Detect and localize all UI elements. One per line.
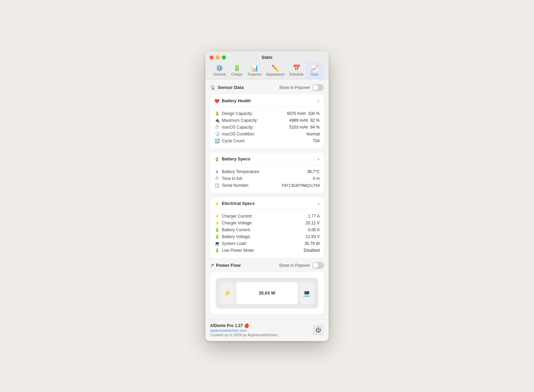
serial-number-row: 📋 Serial Number: F8Y1363079MQ1LT69 [214, 182, 320, 189]
charger-node: ⚡ [220, 282, 235, 304]
electrical-specs-card: ⚡ Electrical Specs ∧ ⚡ Charger Current: … [210, 197, 324, 258]
tab-schedule-label: Schedule [289, 73, 304, 76]
maximize-button[interactable] [222, 55, 226, 60]
time-to-full-row: ⏱ Time to full: 0 m [214, 175, 320, 182]
sensor-data-popover: Show in Popover [279, 84, 324, 91]
battery-specs-card: 🔋 Battery Specs ∧ 🌡 Battery Temperature:… [210, 153, 324, 193]
time-icon: ⏱ [214, 176, 220, 181]
laptop-node-icon: 💻 [303, 289, 310, 297]
charger-voltage-row: ⚡ Charger Voltage: 20.11 V [214, 220, 320, 226]
power-flow-toggle[interactable] [312, 262, 324, 269]
tab-charge-label: Charge [231, 73, 242, 76]
cycle-count-row: 🔄 Cycle Count: 754 [214, 138, 320, 144]
general-icon: ⚙️ [216, 64, 223, 72]
battery-health-header: ❤️ Battery Health ∧ [214, 99, 320, 107]
tab-appearance[interactable]: ✏️ Appearance [264, 62, 287, 79]
battery-current-icon: 🔋 [214, 227, 220, 232]
tab-features[interactable]: 📊 Features [245, 62, 264, 79]
window-title: Stats [262, 55, 272, 60]
tab-stats[interactable]: 📈 Stats [306, 62, 323, 79]
low-power-icon: 🔋 [214, 248, 220, 253]
electrical-specs-collapse[interactable]: ∧ [317, 201, 320, 206]
electrical-icon: ⚡ [214, 201, 220, 206]
footer: AIDente Pro 1.27 🍎 apphousekitchen.com C… [205, 319, 329, 341]
battery-specs-icon: 🔋 [214, 157, 220, 162]
tab-stats-label: Stats [311, 73, 319, 76]
toolbar: ⚙️ General 🔋 Charge 📊 Features ✏️ Appear… [209, 62, 325, 79]
charge-icon: 🔋 [233, 64, 241, 72]
serial-icon: 📋 [214, 183, 220, 188]
tab-general-label: General [214, 73, 226, 76]
capacity-icon: 🔌 [214, 118, 220, 123]
electrical-specs-title: ⚡ Electrical Specs [214, 201, 255, 206]
battery-health-title: ❤️ Battery Health [214, 99, 251, 104]
charger-voltage-icon: ⚡ [214, 221, 220, 225]
battery-voltage-icon: 🔋 [214, 234, 220, 239]
schedule-icon: 📅 [293, 64, 300, 72]
stats-icon: 📈 [311, 64, 318, 72]
power-flow-icon: ↗ [210, 263, 214, 268]
condition-icon: 🩺 [214, 132, 220, 136]
battery-voltage-row: 🔋 Battery Voltage: 11.93 V [214, 233, 320, 240]
app-name: AIDente Pro 1.27 🍎 [210, 323, 278, 328]
macos-capacity-row: ⏱ macOS Capacity: 5103 mAh 84 % [214, 124, 320, 131]
close-button[interactable] [209, 55, 214, 60]
design-capacity-row: 🔋 Design Capacity: 6075 mAh 100 % [214, 110, 320, 117]
battery-current-row: 🔋 Battery Current: 0.00 A [214, 226, 320, 233]
battery-icon: 🔋 [214, 111, 220, 116]
tab-appearance-label: Appearance [266, 73, 284, 76]
appearance-icon: ✏️ [271, 64, 279, 72]
sensor-data-toggle[interactable] [312, 84, 324, 91]
battery-specs-header: 🔋 Battery Specs ∧ [214, 157, 320, 165]
footer-credit: Cooked up in 2024 by AppHouseKitchen [210, 333, 278, 337]
tab-charge[interactable]: 🔋 Charge [228, 62, 245, 79]
laptop-node: 💻 [299, 282, 314, 304]
tab-features-label: Features [248, 73, 261, 76]
power-flow-section: ↗ Power Flow Show in Popover ⚡ 35.63 W [210, 262, 324, 314]
power-button[interactable]: ⏻ [313, 325, 324, 336]
minimize-button[interactable] [216, 55, 220, 60]
battery-specs-title: 🔋 Battery Specs [214, 157, 250, 162]
features-icon: 📊 [251, 64, 258, 72]
charger-node-icon: ⚡ [224, 289, 231, 297]
battery-temperature-row: 🌡 Battery Temperature: 38,7°C [214, 168, 320, 175]
temperature-icon: 🌡 [214, 169, 220, 174]
cycle-icon: 🔄 [214, 139, 220, 143]
power-flow-header: ↗ Power Flow Show in Popover [210, 262, 324, 269]
macos-condition-row: 🩺 macOS Condition: Normal [214, 131, 320, 138]
charger-current-row: ⚡ Charger Current: 1.77 A [214, 213, 320, 220]
footer-text: AIDente Pro 1.27 🍎 apphousekitchen.com C… [210, 323, 278, 337]
sensor-icon: 📡 [210, 85, 216, 90]
power-flow-diagram: ⚡ 35.63 W 💻 [216, 278, 318, 309]
traffic-lights [209, 55, 226, 60]
sensor-data-header: 📡 Sensor Data Show in Popover [210, 84, 324, 91]
macos-capacity-icon: ⏱ [214, 125, 220, 130]
system-load-icon: 💻 [214, 241, 220, 246]
main-content: 📡 Sensor Data Show in Popover ❤️ Battery… [205, 79, 329, 319]
tab-schedule[interactable]: 📅 Schedule [287, 62, 306, 79]
electrical-specs-header: ⚡ Electrical Specs ∧ [214, 201, 320, 209]
power-flow-card: ⚡ 35.63 W 💻 [210, 272, 324, 314]
charger-current-icon: ⚡ [214, 214, 220, 219]
power-flow-popover: Show in Popover [279, 262, 324, 269]
app-icon: 🍎 [244, 323, 249, 328]
heart-icon: ❤️ [214, 99, 220, 104]
website-link[interactable]: apphousekitchen.com [210, 328, 278, 332]
battery-health-card: ❤️ Battery Health ∧ 🔋 Design Capacity: 6… [210, 94, 324, 148]
low-power-mode-row: 🔋 Low Power Mode: Disabled [214, 247, 320, 254]
power-bar: 35.63 W [236, 282, 298, 304]
power-flow-title: ↗ Power Flow [210, 263, 241, 268]
tab-general[interactable]: ⚙️ General [211, 62, 228, 79]
app-window: Stats ⚙️ General 🔋 Charge 📊 Features ✏️ … [205, 51, 329, 341]
system-load-row: 💻 System Load: 36.79 W [214, 240, 320, 247]
maximum-capacity-row: 🔌 Maximum Capacity: 4989 mAh 82 % [214, 117, 320, 124]
titlebar: Stats ⚙️ General 🔋 Charge 📊 Features ✏️ … [205, 51, 329, 79]
battery-specs-collapse[interactable]: ∧ [317, 157, 320, 161]
sensor-data-title: 📡 Sensor Data [210, 85, 244, 90]
battery-health-collapse[interactable]: ∧ [317, 99, 320, 103]
